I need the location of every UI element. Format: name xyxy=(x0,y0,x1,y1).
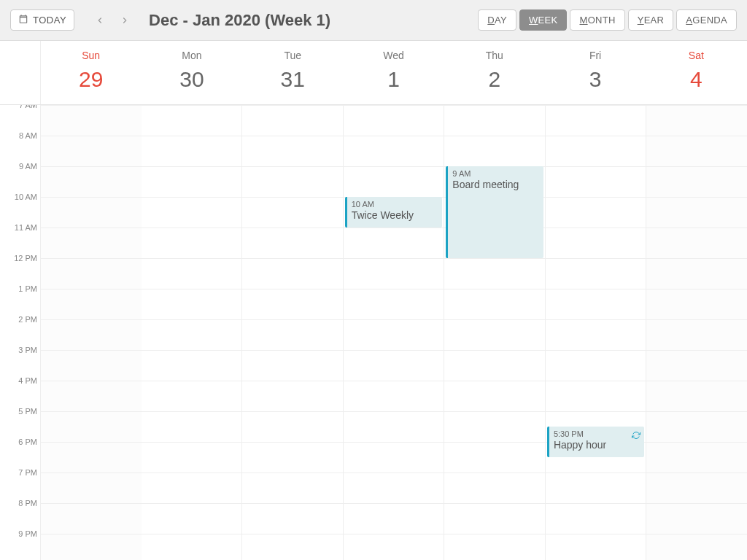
time-label: 11 AM xyxy=(0,223,37,232)
week-header: Sun 29 Mon 30 Tue 31 Wed 1 Thu 2 Fri 3 S… xyxy=(0,41,747,105)
dow-label: Mon xyxy=(142,50,241,61)
hour-line xyxy=(242,472,343,473)
day-col-sat[interactable] xyxy=(646,105,747,560)
day-head-mon[interactable]: Mon 30 xyxy=(142,41,242,104)
day-col-mon[interactable] xyxy=(142,105,243,560)
calendar-event[interactable]: 5:30 PMHappy hour xyxy=(547,427,645,457)
view-week[interactable]: WEEK xyxy=(519,9,568,31)
hour-line xyxy=(546,472,646,473)
dow-label: Thu xyxy=(444,50,544,61)
hour-line xyxy=(41,472,142,473)
view-month[interactable]: MONTH xyxy=(570,9,624,31)
next-button[interactable] xyxy=(112,8,137,33)
hour-line xyxy=(242,503,343,504)
hour-line xyxy=(444,472,545,473)
dow-label: Tue xyxy=(243,50,343,61)
hour-line xyxy=(646,197,747,198)
hour-line xyxy=(646,534,747,534)
hour-line xyxy=(142,319,242,320)
hour-line xyxy=(142,197,242,198)
day-head-fri[interactable]: Fri 3 xyxy=(545,41,646,104)
hour-line xyxy=(142,350,242,351)
hour-line xyxy=(646,166,747,167)
hour-line xyxy=(142,442,242,443)
hour-line xyxy=(444,534,545,534)
time-label: 5 PM xyxy=(0,407,37,416)
hour-line xyxy=(444,319,545,320)
hour-line xyxy=(242,228,343,228)
hour-line xyxy=(546,166,646,167)
day-col-thu[interactable]: 9 AMBoard meeting xyxy=(444,105,546,560)
time-gutter-header xyxy=(0,41,41,104)
hour-line xyxy=(646,503,747,504)
hour-line xyxy=(242,136,343,136)
time-label: 3 PM xyxy=(0,346,37,354)
time-label: 9 AM xyxy=(0,162,37,171)
hour-line xyxy=(242,166,343,167)
day-head-wed[interactable]: Wed 1 xyxy=(344,41,444,104)
day-columns: 10 AMTwice Weekly 9 AMBoard meeting 5:30… xyxy=(41,105,747,560)
calendar-icon xyxy=(18,14,28,26)
hour-line xyxy=(41,166,142,167)
hour-line xyxy=(242,319,343,320)
hour-line xyxy=(546,289,646,289)
today-button[interactable]: TODAY xyxy=(10,9,74,31)
hour-line xyxy=(242,381,343,381)
hour-line xyxy=(142,411,242,412)
hour-line xyxy=(142,228,242,228)
time-label: 1 PM xyxy=(0,284,37,293)
hour-line xyxy=(142,289,242,289)
time-label: 8 PM xyxy=(0,499,37,508)
hour-line xyxy=(41,503,142,504)
time-label: 10 AM xyxy=(0,192,37,201)
hour-line xyxy=(646,350,747,351)
dow-label: Wed xyxy=(344,50,444,61)
day-head-thu[interactable]: Thu 2 xyxy=(444,41,545,104)
page-title: Dec - Jan 2020 (Week 1) xyxy=(149,11,330,30)
hour-line xyxy=(41,258,142,259)
calendar-event[interactable]: 9 AMBoard meeting xyxy=(446,166,543,258)
hour-line xyxy=(344,472,444,473)
hour-line xyxy=(41,350,142,351)
time-label: 6 PM xyxy=(0,438,37,446)
hour-line xyxy=(242,534,343,534)
hour-line xyxy=(142,105,242,106)
hour-line xyxy=(444,503,545,504)
view-agenda[interactable]: AGENDA xyxy=(676,9,737,31)
day-number: 30 xyxy=(142,67,241,92)
time-label: 7 PM xyxy=(0,468,37,477)
view-day[interactable]: DAY xyxy=(478,9,516,31)
hour-line xyxy=(444,381,545,381)
day-number: 3 xyxy=(545,67,645,92)
event-label: Board meeting xyxy=(452,179,539,191)
hour-line xyxy=(344,228,444,228)
day-number: 1 xyxy=(344,67,444,92)
hour-line xyxy=(344,534,444,534)
hour-line xyxy=(546,350,646,351)
day-col-sun[interactable] xyxy=(41,105,142,560)
hour-line xyxy=(41,442,142,443)
hour-line xyxy=(142,136,242,136)
day-col-fri[interactable]: 5:30 PMHappy hour xyxy=(546,105,647,560)
time-label: 4 PM xyxy=(0,376,37,385)
day-head-tue[interactable]: Tue 31 xyxy=(243,41,344,104)
view-year[interactable]: YEAR xyxy=(628,9,674,31)
week-grid[interactable]: 7 AM8 AM9 AM10 AM11 AM12 PM1 PM2 PM3 PM4… xyxy=(0,105,747,560)
day-head-sun[interactable]: Sun 29 xyxy=(41,41,142,104)
hour-line xyxy=(41,381,142,381)
day-col-wed[interactable]: 10 AMTwice Weekly xyxy=(344,105,445,560)
hour-line xyxy=(142,258,242,259)
event-time: 10 AM xyxy=(352,200,438,209)
toolbar: TODAY Dec - Jan 2020 (Week 1) DAY WEEK M… xyxy=(0,0,747,41)
hour-line xyxy=(546,228,646,228)
calendar-event[interactable]: 10 AMTwice Weekly xyxy=(345,197,443,228)
prev-button[interactable] xyxy=(88,8,112,33)
day-col-tue[interactable] xyxy=(242,105,344,560)
hour-line xyxy=(344,503,444,504)
hour-line xyxy=(344,105,444,106)
hour-line xyxy=(41,319,142,320)
hour-line xyxy=(41,105,142,106)
recurring-icon xyxy=(632,429,640,438)
day-head-sat[interactable]: Sat 4 xyxy=(646,41,747,104)
hour-line xyxy=(546,503,646,504)
